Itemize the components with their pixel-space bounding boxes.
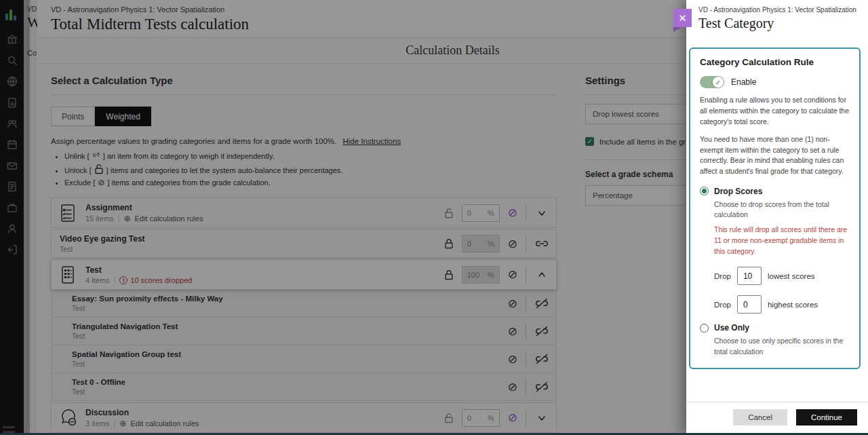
- drop-scores-radio-row[interactable]: Drop Scores: [700, 187, 850, 196]
- panel-breadcrumb: VD - Astronavigation Physics 1: Vector S…: [698, 6, 859, 14]
- drop-scores-label: Drop Scores: [714, 187, 762, 196]
- cancel-button[interactable]: Cancel: [733, 409, 787, 425]
- test-category-panel: ✕ VD - Astronavigation Physics 1: Vector…: [686, 0, 868, 435]
- enable-toggle[interactable]: ✓: [700, 76, 724, 88]
- drop-score-inputs: Drop10lowest scoresDrop0highest scores: [700, 267, 850, 314]
- panel-header: VD - Astronavigation Physics 1: Vector S…: [686, 0, 868, 35]
- rule-box-heading: Category Calculation Rule: [700, 57, 850, 67]
- panel-title: Test Category: [698, 16, 859, 31]
- enable-toggle-label: Enable: [731, 77, 756, 87]
- category-calculation-rule-box: Category Calculation Rule ✓ Enable Enabl…: [689, 48, 861, 369]
- drop-input-row: Drop10lowest scores: [714, 267, 850, 285]
- drop-input-row: Drop0highest scores: [714, 295, 850, 314]
- close-icon[interactable]: ✕: [673, 9, 692, 27]
- screen: VD W Co VD - Astronavigation Physics 1: …: [0, 0, 868, 435]
- panel-footer: Cancel Continue: [686, 402, 868, 433]
- drop-scores-warning: This rule will drop all scores until the…: [714, 225, 850, 257]
- use-only-radio-row[interactable]: Use Only: [700, 323, 850, 333]
- drop-count-input[interactable]: 10: [737, 267, 762, 285]
- rule-paragraph-1: Enabling a rule allows you to set condit…: [700, 95, 850, 127]
- use-only-desc: Choose to use only specific scores in th…: [714, 336, 850, 356]
- toggle-check-icon: ✓: [713, 77, 724, 88]
- radio-selected-icon[interactable]: [700, 187, 709, 195]
- continue-button[interactable]: Continue: [796, 409, 857, 425]
- rule-paragraph-2: You need to have more than one (1) non-e…: [700, 134, 850, 177]
- drop-scores-desc: Choose to drop scores from the total cal…: [714, 200, 850, 220]
- drop-count-input[interactable]: 0: [737, 295, 762, 314]
- use-only-label: Use Only: [714, 323, 749, 333]
- radio-unselected-icon[interactable]: [700, 324, 709, 333]
